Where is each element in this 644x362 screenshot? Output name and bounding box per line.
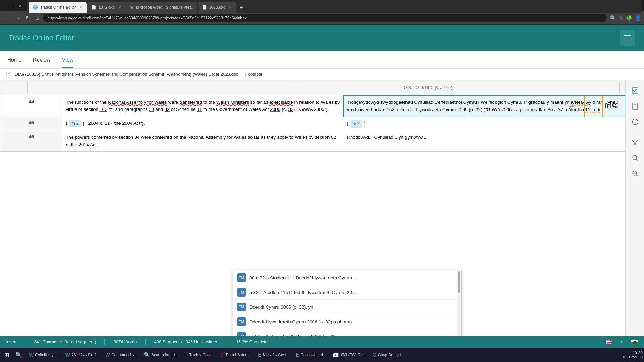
row-number-46: 46 (0, 131, 63, 152)
windows-start-button[interactable]: ⊞ (1, 348, 12, 361)
source-text-45: ( fn 2 ) 2004 c. 21 ("the 2004 Act"). (66, 121, 145, 126)
prev-target-text: O.S. 2006/1672 (Cy. 160). (404, 85, 453, 90)
progress-percentage-44: 81% (605, 101, 618, 111)
lang-arrow: › (621, 339, 623, 344)
breadcrumb-separator: › (241, 72, 243, 77)
taskbar-label-nia: Nia - 2 - Gwa... (263, 353, 289, 357)
sidebar-search-icon[interactable] (628, 151, 642, 165)
tab-label: Microsoft Word - Signature vers... (136, 5, 195, 9)
sidebar-document-icon[interactable] (628, 99, 642, 113)
taskbar-panel[interactable]: P Panel Safoni... (218, 348, 254, 361)
autocomplete-item-3[interactable]: TM Ddeddf Llywodraeth Cymru 2006 (p. 32)… (233, 314, 461, 329)
taskbar-nia[interactable]: E Nia - 2 - Gwa... (255, 348, 292, 361)
status-segments: 408 Segments - 346 Untranslated (154, 339, 218, 344)
taskbar-cyfieithu[interactable]: W Cyfieithu yn... (26, 348, 62, 361)
table-row: 45 ( fn 2 ) 2004 c. 21 ("the 2004 Act").… (0, 117, 625, 131)
taskbar-icon-canllawiau: E (296, 352, 299, 358)
table-row: 44 The functions of the National Assembl… (0, 96, 625, 117)
flag-english: 🇬🇧 (605, 339, 613, 346)
tab-1072[interactable]: 📄 1072.qxd ✕ (87, 2, 125, 13)
taskbar-icon-nia: E (258, 352, 261, 358)
autocomplete-item-icon: TM (237, 273, 246, 282)
source-cell-45: ( fn 2 ) 2004 c. 21 ("the 2004 Act"). (63, 117, 344, 131)
target-cell-45[interactable]: ( fn 2 ) (344, 117, 625, 131)
extensions-icon[interactable]: 🧩 (626, 15, 632, 21)
home-nav-button[interactable]: ⌂ (34, 14, 40, 22)
edit-pencil-icon[interactable]: ✏ (569, 101, 575, 111)
new-tab-button[interactable]: + (236, 3, 247, 13)
taskbar-yml[interactable]: 📧 YML/FW: Rh... (330, 348, 369, 361)
minimize-button[interactable]: — (3, 3, 9, 9)
taskbar-icon-trados: T (185, 352, 188, 358)
taskbar-canllawiau[interactable]: E Canllawiau d... (293, 348, 330, 361)
taskbar-trados[interactable]: T Trados Onlin... (182, 348, 218, 361)
tab-trados[interactable]: 🌐 Trados Online Editor ✕ (29, 2, 87, 13)
taskbar-icon-doc1: W (106, 352, 110, 358)
nav-home[interactable]: Home (7, 51, 21, 68)
taskbar-label-search: Search for a t... (151, 353, 178, 357)
forward-button[interactable]: → (14, 14, 21, 22)
autocomplete-item-0[interactable]: TM 30 a 32 o Atodlen 11 i Ddeddf Llywodr… (233, 270, 461, 285)
taskbar-grwp[interactable]: G Grwp Defnyd... (370, 348, 407, 361)
source-text-46: The powers conferred by section 34 were … (66, 134, 336, 147)
sidebar-target-search-icon[interactable]: A (628, 166, 642, 181)
autocomplete-scrollbar-thumb (458, 271, 460, 293)
status-divider (25, 339, 25, 345)
nav-review[interactable]: Review (33, 51, 50, 68)
taskbar-document1[interactable]: W Document1 -... (103, 348, 140, 361)
clock-time: 10:29 (623, 351, 643, 355)
tab-word[interactable]: W Microsoft Word - Signature vers... ✕ (126, 2, 197, 13)
nav-view[interactable]: View (62, 51, 73, 68)
taskbar: ⊞ 🔍 W Cyfieithu yn... W 231124 - Draf...… (0, 348, 644, 361)
url-input[interactable]: https://languagecloud.sdl.com/lc/t/64117… (43, 14, 607, 22)
tab-close-icon[interactable]: ✕ (79, 5, 82, 9)
sidebar-filter-icon[interactable] (628, 135, 642, 149)
autocomplete-item-2[interactable]: TM Ddeddf Cymru 2006 (p. 32), yn (233, 300, 461, 314)
tab-close-icon[interactable]: ✕ (229, 5, 232, 9)
tab-1073[interactable]: 📄 1073.qxd ✕ (198, 2, 236, 13)
target-text-46: Rhoddwyd... Gynulliad... yn gymwyw... (347, 134, 426, 140)
taskbar-search[interactable]: 🔍 Search for a t... (141, 348, 181, 361)
status-divider (104, 339, 105, 345)
breadcrumb-document[interactable]: DLS(710315) Draft Firefighters' Pension … (15, 72, 238, 77)
source-cell-46: The powers conferred by section 34 were … (63, 131, 344, 152)
header-divider (80, 33, 80, 43)
status-chars: 241 Characters (target segment) (34, 339, 96, 344)
tab-close-icon[interactable]: ✕ (118, 5, 121, 9)
row-number-44: 44 (0, 96, 63, 117)
close-button[interactable]: ✕ (17, 3, 23, 9)
target-text-45: ( fn 2 ) (347, 121, 366, 126)
search-taskbar-button[interactable]: 🔍 (13, 348, 25, 361)
app-header: Trados Online Editor (0, 25, 644, 51)
status-divider (145, 339, 146, 345)
right-sidebar: A (625, 80, 644, 361)
maximize-button[interactable]: □ (10, 3, 16, 9)
status-mode: Insert (6, 339, 16, 344)
taskbar-label-doc1: Document1 -... (112, 353, 137, 357)
fn-badge-target: fn 2 (351, 120, 362, 128)
target-cell-44[interactable]: Trosglwyddwyd swyddogaethau Cynulliad Ce… (344, 96, 625, 117)
profile-icon[interactable]: 👤 (635, 15, 641, 21)
refresh-button[interactable]: ↻ (24, 14, 31, 22)
hamburger-menu-button[interactable] (620, 30, 635, 46)
clock-date: 01/12/2023 (623, 355, 643, 359)
sidebar-review-icon[interactable] (628, 83, 642, 98)
window-controls: — □ ✕ (3, 3, 23, 9)
taskbar-icon-cyfieithu: W (29, 352, 34, 358)
url-text: https://languagecloud.sdl.com/lc/t/64117… (47, 16, 247, 20)
main-content: O.S. 2006/1672 (Cy. 160). 44 The functio… (0, 80, 644, 361)
translation-table: 44 The functions of the National Assembl… (0, 95, 625, 152)
star-icon[interactable]: ☆ (619, 15, 623, 21)
progress-bar-right (602, 96, 603, 117)
autocomplete-item-icon: TM (237, 288, 246, 297)
autocomplete-item-1[interactable]: TM a 32 o Atodlen 11 i Ddeddf Llywodraet… (233, 285, 461, 300)
autocomplete-item-text: 30 a 32 o Atodlen 11 i Ddeddf Llywodraet… (249, 275, 356, 280)
target-cell-46[interactable]: Rhoddwyd... Gynulliad... yn gymwyw... (344, 131, 625, 152)
tab-label: 1073.qxd (209, 5, 225, 9)
autocomplete-item-text: Ddeddf Llywodraeth Cymru 2006 (p. 32) a … (249, 319, 356, 324)
app-title: Trados Online Editor (9, 34, 74, 42)
taskbar-231124[interactable]: W 231124 - Draf... (63, 348, 102, 361)
back-button[interactable]: ← (3, 14, 11, 22)
editor-area: O.S. 2006/1672 (Cy. 160). 44 The functio… (0, 80, 625, 361)
sidebar-add-icon[interactable] (628, 115, 642, 129)
